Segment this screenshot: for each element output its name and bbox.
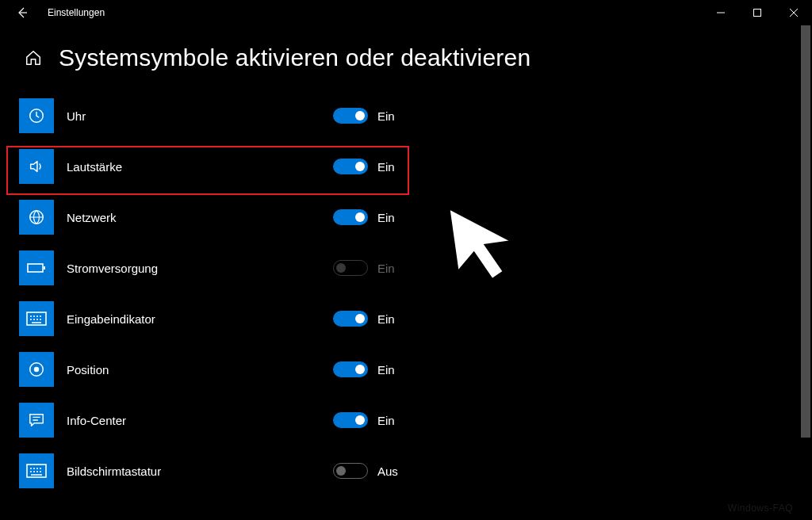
list-item-volume: Lautstärke Ein bbox=[19, 141, 812, 192]
list-item-touch-keyboard: Bildschirmtastatur Aus bbox=[19, 445, 812, 496]
toggle-state-label: Ein bbox=[377, 160, 395, 174]
svg-point-7 bbox=[34, 367, 39, 372]
list-item-action-center: Info-Center Ein bbox=[19, 395, 812, 445]
svg-rect-4 bbox=[44, 266, 45, 270]
minimize-button[interactable] bbox=[703, 0, 739, 25]
list-item-label: Lautstärke bbox=[67, 160, 320, 174]
touch-keyboard-icon bbox=[19, 453, 54, 488]
svg-rect-3 bbox=[28, 264, 43, 272]
close-button[interactable] bbox=[776, 0, 812, 25]
list-item-label: Uhr bbox=[67, 109, 320, 123]
system-icons-list: Uhr Ein Lautstärke Ein Netzwerk Ein St bbox=[0, 90, 812, 496]
list-item-label: Eingabeindikator bbox=[67, 312, 320, 326]
toggle-input[interactable] bbox=[333, 311, 368, 327]
location-icon bbox=[19, 352, 54, 387]
clock-icon bbox=[19, 98, 54, 133]
toggle-network[interactable] bbox=[333, 209, 368, 225]
battery-icon bbox=[19, 250, 54, 285]
back-arrow-icon bbox=[16, 6, 29, 19]
toggle-state-label: Ein bbox=[377, 109, 395, 123]
page-header: Systemsymbole aktivieren oder deaktivier… bbox=[22, 44, 790, 71]
volume-icon bbox=[19, 149, 54, 184]
list-item-network: Netzwerk Ein bbox=[19, 192, 812, 243]
toggle-touch-keyboard[interactable] bbox=[333, 463, 368, 479]
list-item-clock: Uhr Ein bbox=[19, 90, 812, 141]
back-button[interactable] bbox=[10, 6, 35, 19]
toggle-wrap: Ein bbox=[333, 260, 395, 276]
toggle-state-label: Aus bbox=[377, 465, 398, 478]
toggle-wrap: Ein bbox=[333, 361, 395, 377]
toggle-wrap: Aus bbox=[333, 463, 398, 479]
list-item-label: Info-Center bbox=[67, 414, 320, 427]
globe-icon bbox=[19, 200, 54, 235]
window-controls bbox=[703, 0, 812, 25]
list-item-label: Position bbox=[67, 363, 320, 377]
toggle-wrap: Ein bbox=[333, 412, 395, 428]
vertical-scrollbar[interactable] bbox=[799, 25, 812, 520]
toggle-state-label: Ein bbox=[377, 262, 395, 275]
action-center-icon bbox=[19, 403, 54, 438]
list-item-location: Position Ein bbox=[19, 344, 812, 395]
toggle-state-label: Ein bbox=[377, 312, 395, 326]
toggle-wrap: Ein bbox=[333, 108, 395, 124]
toggle-wrap: Ein bbox=[333, 311, 395, 327]
toggle-action-center[interactable] bbox=[333, 412, 368, 428]
list-item-label: Netzwerk bbox=[67, 211, 320, 224]
titlebar: Einstellungen bbox=[0, 0, 812, 25]
toggle-wrap: Ein bbox=[333, 209, 395, 225]
toggle-power bbox=[333, 260, 368, 276]
list-item-power: Stromversorgung Ein bbox=[19, 243, 812, 293]
window-title: Einstellungen bbox=[48, 7, 105, 18]
home-icon bbox=[25, 49, 42, 67]
svg-rect-0 bbox=[754, 10, 761, 17]
toggle-volume[interactable] bbox=[333, 159, 368, 174]
list-item-input: Eingabeindikator Ein bbox=[19, 293, 812, 344]
keyboard-icon bbox=[19, 301, 54, 336]
maximize-icon bbox=[753, 9, 761, 17]
home-button[interactable] bbox=[22, 47, 44, 69]
list-item-label: Stromversorgung bbox=[67, 262, 320, 275]
list-item-label: Bildschirmtastatur bbox=[67, 465, 320, 478]
toggle-location[interactable] bbox=[333, 361, 368, 377]
minimize-icon bbox=[717, 9, 725, 17]
watermark: Windows-FAQ bbox=[728, 503, 793, 514]
close-icon bbox=[790, 9, 798, 17]
scrollbar-thumb[interactable] bbox=[801, 25, 810, 438]
page-title: Systemsymbole aktivieren oder deaktivier… bbox=[59, 44, 530, 71]
maximize-button[interactable] bbox=[739, 0, 776, 25]
toggle-state-label: Ein bbox=[377, 414, 395, 427]
toggle-state-label: Ein bbox=[377, 211, 395, 224]
toggle-clock[interactable] bbox=[333, 108, 368, 124]
toggle-state-label: Ein bbox=[377, 363, 395, 377]
toggle-wrap: Ein bbox=[333, 159, 395, 174]
